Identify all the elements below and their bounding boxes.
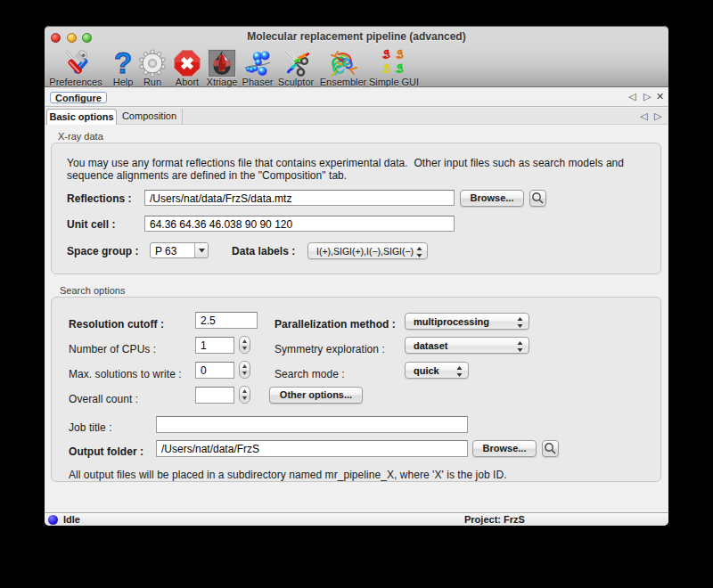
- svg-text:?: ?: [114, 49, 132, 78]
